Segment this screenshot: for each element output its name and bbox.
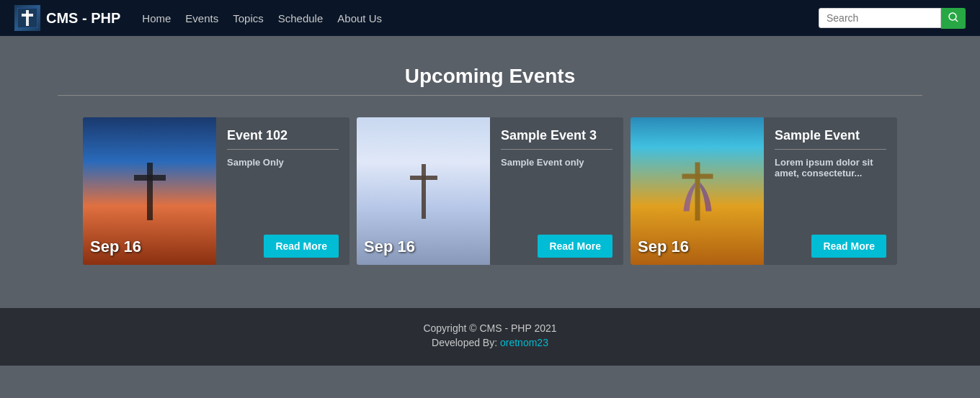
read-more-button-2[interactable]: Read More bbox=[538, 235, 612, 258]
svg-point-4 bbox=[949, 13, 956, 20]
event-divider-3 bbox=[775, 149, 886, 150]
cross-image-icon bbox=[677, 160, 717, 222]
event-title-1: Event 102 bbox=[227, 128, 339, 143]
nav-link-schedule[interactable]: Schedule bbox=[278, 12, 324, 24]
event-description-1: Sample Only bbox=[227, 157, 339, 227]
section-divider bbox=[58, 95, 922, 96]
svg-line-5 bbox=[956, 19, 958, 22]
event-description-3: Lorem ipsum dolor sit amet, consectetur.… bbox=[775, 157, 886, 227]
nav-links: Home Events Topics Schedule About Us bbox=[142, 12, 819, 24]
search-input[interactable] bbox=[819, 8, 941, 28]
search-icon bbox=[948, 12, 958, 22]
svg-rect-2 bbox=[22, 14, 33, 17]
nav-logo-icon bbox=[14, 5, 40, 31]
read-more-button-3[interactable]: Read More bbox=[811, 235, 886, 258]
svg-rect-7 bbox=[134, 175, 166, 181]
svg-rect-10 bbox=[695, 162, 700, 220]
nav-link-topics[interactable]: Topics bbox=[233, 12, 264, 24]
svg-rect-6 bbox=[147, 163, 153, 220]
event-divider-2 bbox=[501, 149, 612, 150]
event-date-badge-2: Sep 16 bbox=[364, 238, 415, 256]
footer-copyright: Copyright © CMS - PHP 2021 bbox=[14, 322, 966, 334]
event-title-2: Sample Event 3 bbox=[501, 128, 612, 143]
event-image-1: Sep 16 bbox=[83, 117, 216, 265]
svg-rect-1 bbox=[26, 10, 29, 26]
navbar: CMS - PHP Home Events Topics Schedule Ab… bbox=[0, 0, 980, 36]
events-container: Sep 16 Event 102 Sample Only Read More S… bbox=[14, 117, 966, 265]
nav-link-about[interactable]: About Us bbox=[337, 12, 382, 24]
section-title: Upcoming Events bbox=[14, 65, 966, 88]
event-date-badge-1: Sep 16 bbox=[90, 238, 141, 256]
nav-brand: CMS - PHP bbox=[14, 5, 120, 31]
footer: Copyright © CMS - PHP 2021 Developed By:… bbox=[0, 308, 980, 366]
nav-search bbox=[819, 8, 966, 29]
event-description-2: Sample Event only bbox=[501, 157, 612, 227]
event-divider-1 bbox=[227, 149, 339, 150]
main-content: Upcoming Events Sep 16 Event 102 Sample … bbox=[0, 36, 980, 286]
event-card-1: Sep 16 Event 102 Sample Only Read More bbox=[83, 117, 349, 265]
svg-rect-8 bbox=[422, 164, 426, 219]
read-more-button-1[interactable]: Read More bbox=[264, 235, 339, 258]
footer-developer-link[interactable]: oretnom23 bbox=[500, 337, 548, 348]
nav-link-home[interactable]: Home bbox=[142, 12, 171, 24]
event-info-1: Event 102 Sample Only Read More bbox=[216, 117, 349, 265]
svg-rect-9 bbox=[410, 176, 437, 180]
event-card-2: Sep 16 Sample Event 3 Sample Event only … bbox=[357, 117, 623, 265]
brand-name: CMS - PHP bbox=[46, 10, 120, 27]
cross-image-icon bbox=[128, 159, 172, 224]
event-date-badge-3: Sep 16 bbox=[638, 238, 689, 256]
event-image-3: Sep 16 bbox=[631, 117, 764, 265]
event-title-3: Sample Event bbox=[775, 128, 886, 143]
event-image-2: Sep 16 bbox=[357, 117, 490, 265]
cross-image-icon bbox=[406, 163, 442, 220]
footer-developed-by: Developed By: bbox=[432, 337, 500, 348]
event-info-3: Sample Event Lorem ipsum dolor sit amet,… bbox=[764, 117, 897, 265]
footer-developer: Developed By: oretnom23 bbox=[14, 337, 966, 348]
event-card-3: Sep 16 Sample Event Lorem ipsum dolor si… bbox=[631, 117, 897, 265]
search-button[interactable] bbox=[941, 8, 966, 29]
svg-rect-11 bbox=[682, 173, 713, 178]
nav-link-events[interactable]: Events bbox=[185, 12, 218, 24]
event-info-2: Sample Event 3 Sample Event only Read Mo… bbox=[490, 117, 623, 265]
